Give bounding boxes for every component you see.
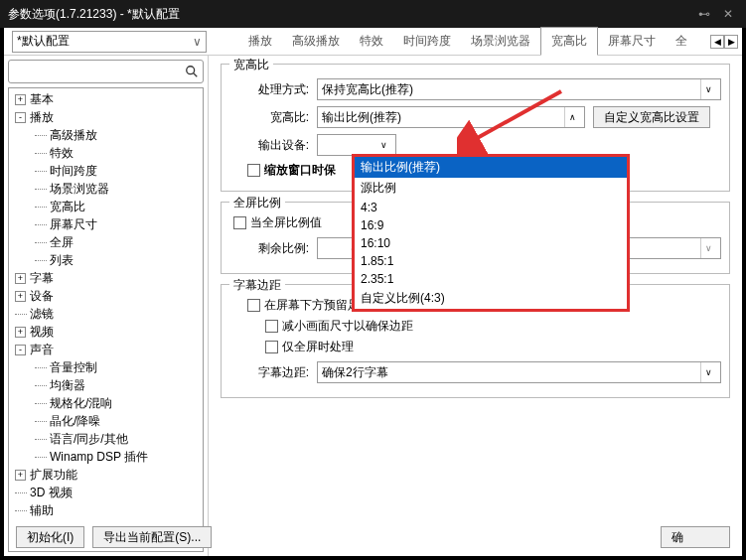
- tree-item[interactable]: 特效: [11, 144, 201, 162]
- expand-icon[interactable]: +: [15, 470, 26, 481]
- dropdown-item[interactable]: 1.85:1: [355, 252, 627, 270]
- tree-label: 高级播放: [50, 127, 97, 144]
- search-input[interactable]: [13, 62, 185, 81]
- tree-item[interactable]: 场景浏览器: [11, 180, 201, 198]
- ratio-label: 宽高比:: [229, 109, 309, 126]
- tree-item[interactable]: +基本: [11, 90, 201, 108]
- tab-1[interactable]: 高级播放: [282, 28, 350, 55]
- group-legend: 宽高比: [229, 57, 273, 73]
- resize-checkbox[interactable]: [247, 164, 260, 177]
- tree-label: Winamp DSP 插件: [50, 449, 148, 466]
- sub-margin-select[interactable]: 确保2行字幕 ∨: [317, 361, 721, 383]
- tree-item[interactable]: +设备: [11, 287, 201, 305]
- expand-icon[interactable]: +: [15, 94, 26, 105]
- group-legend: 字幕边距: [229, 277, 285, 294]
- svg-point-0: [187, 67, 195, 74]
- tree-item[interactable]: 滤镜: [11, 305, 201, 323]
- tree-item[interactable]: 全屏: [11, 233, 201, 251]
- tree-item[interactable]: +字幕: [11, 269, 201, 287]
- tree-item[interactable]: 3D 视频: [11, 484, 201, 501]
- dropdown-item[interactable]: 自定义比例(4:3): [355, 288, 627, 309]
- tree-label: 扩展功能: [30, 467, 77, 484]
- custom-ratio-button[interactable]: 自定义宽高比设置: [593, 106, 710, 128]
- tab-3[interactable]: 时间跨度: [393, 28, 461, 55]
- dropdown-item[interactable]: 输出比例(推荐): [355, 157, 627, 178]
- tab-6[interactable]: 屏幕尺寸: [598, 28, 666, 55]
- dropdown-item[interactable]: 4:3: [355, 199, 627, 216]
- ratio-select[interactable]: 输出比例(推荐) ∧: [317, 106, 585, 128]
- expand-icon[interactable]: +: [15, 291, 26, 302]
- tab-scroll-right[interactable]: ▶: [724, 35, 738, 49]
- output-select[interactable]: ∨: [317, 134, 396, 156]
- tab-4[interactable]: 场景浏览器: [461, 28, 540, 55]
- tree-item[interactable]: 宽高比: [11, 198, 201, 215]
- svg-line-1: [194, 73, 198, 77]
- tab-7[interactable]: 全: [666, 28, 697, 55]
- tab-bar: 播放高级播放特效时间跨度场景浏览器宽高比屏幕尺寸全: [238, 28, 697, 55]
- tab-5[interactable]: 宽高比: [540, 27, 598, 56]
- tab-scroll-left[interactable]: ◀: [710, 35, 724, 49]
- tree-label: 规格化/混响: [50, 395, 112, 412]
- tree-item[interactable]: 规格化/混响: [11, 394, 201, 412]
- tree-label: 特效: [50, 145, 74, 162]
- tree-label: 宽高比: [50, 199, 85, 215]
- output-label: 输出设备:: [229, 137, 309, 154]
- tree-item[interactable]: 均衡器: [11, 376, 201, 394]
- mode-select[interactable]: 保持宽高比(推荐) ∨: [317, 78, 721, 100]
- tree-label: 屏幕尺寸: [50, 216, 97, 233]
- tab-2[interactable]: 特效: [350, 28, 393, 55]
- sub-checkbox-1[interactable]: [247, 299, 260, 312]
- tree-label: 音量控制: [50, 359, 97, 376]
- chevron-down-icon: ∨: [700, 79, 716, 99]
- group-legend: 全屏比例: [229, 195, 285, 211]
- expand-icon[interactable]: +: [15, 273, 26, 284]
- sub-checkbox-2[interactable]: [265, 320, 278, 333]
- tree-item[interactable]: +视频: [11, 323, 201, 341]
- dropdown-item[interactable]: 源比例: [355, 178, 627, 199]
- tree-item[interactable]: 晶化/降噪: [11, 412, 201, 430]
- chevron-down-icon: ∨: [375, 135, 391, 155]
- tree-label: 场景浏览器: [50, 181, 109, 198]
- close-icon[interactable]: ✕: [718, 4, 738, 24]
- chevron-up-icon: ∧: [564, 107, 580, 127]
- tree-label: 设备: [30, 288, 54, 305]
- dropdown-item[interactable]: 2.35:1: [355, 270, 627, 288]
- tree-label: 辅助: [30, 502, 54, 519]
- collapse-icon[interactable]: -: [15, 112, 26, 123]
- tree-item[interactable]: 时间跨度: [11, 162, 201, 180]
- fullscreen-checkbox[interactable]: [233, 216, 246, 229]
- ok-button[interactable]: 确: [661, 526, 730, 548]
- preset-value: *默认配置: [17, 33, 70, 50]
- expand-icon[interactable]: +: [15, 327, 26, 338]
- fullscreen-label: 当全屏比例值: [250, 214, 322, 231]
- init-button[interactable]: 初始化(I): [16, 526, 84, 548]
- collapse-icon[interactable]: -: [15, 345, 26, 355]
- mode-label: 处理方式:: [229, 81, 309, 98]
- window-title: 参数选项(1.7.21233) - *默认配置: [8, 6, 694, 23]
- sub-margin-label: 字幕边距:: [229, 364, 309, 381]
- tree-item[interactable]: +扩展功能: [11, 466, 201, 484]
- export-button[interactable]: 导出当前配置(S)...: [92, 526, 212, 548]
- tree-item[interactable]: Winamp DSP 插件: [11, 448, 201, 466]
- pin-icon[interactable]: ⊷: [694, 4, 714, 24]
- tree-item[interactable]: 辅助: [11, 501, 201, 519]
- tree-item[interactable]: -声音: [11, 341, 201, 358]
- tree-item[interactable]: 语言/同步/其他: [11, 430, 201, 448]
- dropdown-item[interactable]: 16:9: [355, 216, 627, 234]
- tree-item[interactable]: 列表: [11, 251, 201, 269]
- tree-item[interactable]: -播放: [11, 108, 201, 126]
- search-box: [8, 60, 204, 83]
- tree-item[interactable]: 高级播放: [11, 126, 201, 144]
- sub-checkbox-3[interactable]: [265, 341, 278, 353]
- search-icon[interactable]: [185, 65, 199, 78]
- tab-0[interactable]: 播放: [238, 28, 282, 55]
- chevron-down-icon: ∨: [193, 35, 202, 49]
- chevron-down-icon: ∨: [700, 362, 716, 382]
- dropdown-item[interactable]: 16:10: [355, 234, 627, 252]
- tree-label: 声音: [30, 342, 54, 358]
- preset-select[interactable]: *默认配置 ∨: [12, 31, 207, 53]
- tree-item[interactable]: 屏幕尺寸: [11, 215, 201, 233]
- tree-label: 播放: [30, 109, 54, 126]
- tree-item[interactable]: 音量控制: [11, 358, 201, 376]
- tree-label: 列表: [50, 252, 74, 269]
